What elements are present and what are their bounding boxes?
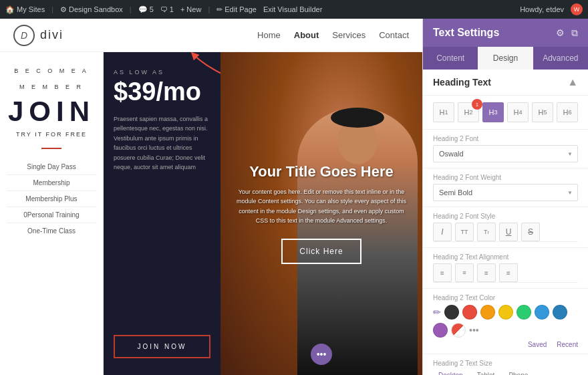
heading2-color-section: Heading 2 Text Color ✏ ••• Saved Recent (423, 289, 588, 354)
window-icon[interactable]: ⧉ (571, 27, 578, 39)
h1-button[interactable]: H1 (433, 102, 454, 122)
design-sandbox[interactable]: ⚙ Design Sandbox (60, 5, 123, 14)
h6-button[interactable]: H6 (557, 102, 578, 122)
new-button[interactable]: + New (180, 5, 202, 13)
tab-design[interactable]: Design (478, 47, 533, 70)
color-swatch-8[interactable] (451, 323, 466, 338)
align-right-button[interactable]: ≡ (477, 263, 496, 282)
color-swatch-1[interactable] (462, 305, 477, 320)
underline-button[interactable]: U (499, 223, 518, 241)
heading-text-label: Heading Text (433, 77, 491, 88)
comment-pending[interactable]: 🗨 1 (160, 5, 174, 13)
align-center-button[interactable]: ≡ (455, 263, 474, 282)
h5-button[interactable]: H5 (532, 102, 553, 122)
align-justify-button[interactable]: ≡ (499, 263, 518, 282)
color-more-icon[interactable]: ••• (469, 325, 479, 336)
color-pencil-icon[interactable]: ✏ (433, 307, 441, 318)
h3-button[interactable]: H3 (482, 102, 504, 122)
my-sites[interactable]: 🏠 My Sites (5, 5, 45, 14)
heading2-color-label: Heading 2 Text Color (433, 294, 578, 301)
pricing-panel: AS LOW AS $39/mo Praesent sapien massa, … (104, 52, 220, 375)
capitalize-button[interactable]: Tr (477, 223, 496, 241)
color-swatches: ✏ ••• (433, 305, 578, 338)
heading2-weight-select[interactable]: Semi Bold (433, 184, 578, 201)
color-swatch-6[interactable] (553, 305, 567, 320)
color-swatch-3[interactable] (498, 305, 513, 320)
heading2-font-select[interactable]: Oswald (433, 145, 578, 162)
color-swatch-4[interactable] (517, 305, 531, 320)
site-nav: D divi Home About Services Contact (0, 19, 422, 52)
logo-name: divi (40, 28, 63, 42)
heading-buttons-row: H1 H2 1 H3 H4 H5 H6 (423, 96, 588, 130)
settings-header-icons: ⚙ ⧉ (556, 27, 578, 39)
join-now-button[interactable]: JOIN NOW (114, 335, 210, 358)
heading2-font-label: Heading 2 Font (433, 135, 578, 142)
size-tabs-row: Desktop Tablet Phone (433, 370, 578, 375)
color-swatch-2[interactable] (480, 305, 495, 320)
style-buttons-row: I TT Tr U S (433, 223, 578, 242)
admin-bar: 🏠 My Sites | ⚙ Design Sandbox | 💬 5 🗨 1 … (0, 0, 588, 19)
recent-label[interactable]: Recent (557, 341, 578, 348)
nav-services[interactable]: Services (332, 30, 365, 40)
heading2-style-label: Heading 2 Font Style (433, 213, 578, 220)
menu-items: Single Day Pass Membership Membership Pl… (7, 159, 96, 239)
color-swatch-0[interactable] (444, 305, 459, 320)
heading2-size-label: Heading 2 Text Size (433, 360, 578, 367)
h4-button[interactable]: H4 (507, 102, 529, 122)
exit-builder[interactable]: Exit Visual Builder (263, 5, 322, 13)
settings-tabs: Content Design Advanced (423, 47, 588, 70)
heading2-font-group: Heading 2 Font Oswald (423, 130, 588, 168)
site-nav-links: Home About Services Contact (257, 30, 409, 40)
heading2-weight-group: Heading 2 Font Weight Semi Bold (423, 168, 588, 207)
section-header-heading: Heading Text ▲ (423, 70, 588, 96)
float-button[interactable]: ••• (311, 344, 332, 365)
photo-title: Your Title Goes Here (234, 163, 409, 180)
menu-item-2[interactable]: Membership Plus (7, 191, 96, 207)
menu-item-0[interactable]: Single Day Pass (7, 159, 96, 175)
edit-page[interactable]: ✏ Edit Page (216, 5, 257, 14)
size-tab-desktop[interactable]: Desktop (433, 370, 468, 375)
tab-advanced[interactable]: Advanced (533, 47, 588, 70)
badge-1: 1 (472, 99, 482, 110)
main-layout: D divi Home About Services Contact B E C… (0, 19, 588, 375)
heading2-align-group: Heading 2 Text Alignment ≡ ≡ ≡ ≡ (423, 248, 588, 289)
comments[interactable]: 💬 5 (138, 5, 154, 14)
color-footer: Saved Recent (433, 341, 578, 348)
italic-button[interactable]: I (433, 223, 452, 241)
gear-icon[interactable]: ⚙ (556, 27, 565, 39)
try-text: TRY IT FOR FREE (16, 131, 87, 138)
menu-item-4[interactable]: One-Time Class (7, 223, 96, 239)
nav-home[interactable]: Home (257, 30, 281, 40)
logo-circle: D (13, 25, 35, 46)
menu-item-1[interactable]: Membership (7, 175, 96, 191)
become-text-2: M E M B E R (19, 82, 84, 92)
heading2-weight-select-wrap: Semi Bold (433, 184, 578, 201)
gym-panel: B E C O M E A M E M B E R JOIN TRY IT FO… (0, 52, 104, 375)
tab-content[interactable]: Content (423, 47, 478, 70)
color-swatch-5[interactable] (535, 305, 549, 320)
h2-button[interactable]: H2 1 (458, 102, 479, 122)
heading2-font-select-wrap: Oswald (433, 145, 578, 162)
price-description: Praesent sapien massa, convallis a pelle… (114, 114, 210, 172)
click-here-button[interactable]: Click Here (281, 239, 361, 264)
photo-panel: Your Title Goes Here Your content goes h… (220, 52, 422, 375)
align-buttons-row: ≡ ≡ ≡ ≡ (433, 263, 578, 283)
color-swatch-7[interactable] (433, 323, 448, 338)
photo-content: Your Title Goes Here Your content goes h… (220, 150, 422, 278)
strikethrough-button[interactable]: S (521, 223, 540, 241)
heading2-align-label: Heading 2 Text Alignment (433, 253, 578, 261)
menu-item-3[interactable]: 0Personal Training (7, 207, 96, 223)
uppercase-button[interactable]: TT (455, 223, 474, 241)
heading2-weight-label: Heading 2 Font Weight (433, 174, 578, 181)
nav-contact[interactable]: Contact (379, 30, 409, 40)
red-divider (41, 148, 61, 149)
nav-about[interactable]: About (294, 30, 319, 40)
section-collapse-icon[interactable]: ▲ (567, 76, 578, 88)
size-tab-phone[interactable]: Phone (503, 370, 533, 375)
size-tab-tablet[interactable]: Tablet (472, 370, 500, 375)
price: $39/mo (114, 79, 210, 104)
preview-panel: D divi Home About Services Contact B E C… (0, 19, 422, 375)
saved-label[interactable]: Saved (528, 341, 547, 348)
hero-section: B E C O M E A M E M B E R JOIN TRY IT FO… (0, 52, 422, 375)
align-left-button[interactable]: ≡ (433, 263, 452, 282)
